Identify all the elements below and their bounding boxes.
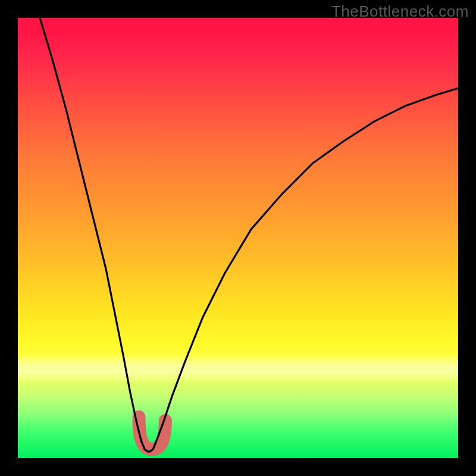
bottleneck-curve	[40, 18, 458, 452]
chart-frame: TheBottleneck.com	[0, 0, 476, 476]
bottleneck-curve-layer	[18, 18, 458, 458]
watermark-text: TheBottleneck.com	[331, 2, 469, 21]
